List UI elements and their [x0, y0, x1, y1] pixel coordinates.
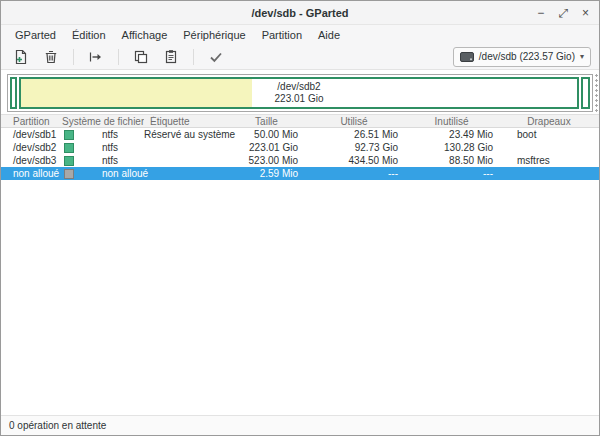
cell-flags: msftres: [499, 155, 599, 166]
header-size[interactable]: Taille: [229, 116, 304, 127]
cell-unused: 88.50 Mio: [404, 155, 499, 166]
disk-segment-size: 223.01 Gio: [275, 93, 324, 106]
header-filesystem[interactable]: Système de fichiers: [56, 116, 144, 127]
cell-size: 2.59 Mio: [229, 168, 304, 179]
cell-used: ---: [304, 168, 404, 179]
cell-used: 434.50 Mio: [304, 155, 404, 166]
disk-segment-sdb3[interactable]: [581, 77, 590, 109]
cell-filesystem: ntfs: [56, 155, 144, 166]
window-title: /dev/sdb - GParted: [1, 7, 599, 19]
cell-unused: 130.28 Gio: [404, 142, 499, 153]
table-empty-area: [1, 180, 599, 415]
filesystem-label: ntfs: [102, 129, 118, 140]
cell-filesystem: ntfs: [56, 129, 144, 140]
new-partition-icon: [13, 49, 29, 65]
ntfs-color-swatch: [64, 130, 74, 140]
disk-visual-frame: /dev/sdb2 223.01 Gio: [7, 74, 593, 112]
menu-edition[interactable]: Édition: [64, 27, 114, 43]
cell-partition: /dev/sdb2: [1, 142, 56, 153]
ntfs-color-swatch: [64, 143, 74, 153]
chevron-down-icon: ▾: [580, 52, 584, 61]
header-used[interactable]: Utilisé: [304, 116, 404, 127]
cell-used: 92.73 Gio: [304, 142, 404, 153]
toolbar-separator: [73, 49, 74, 65]
table-header-row: Partition Système de fichiers Étiquette …: [1, 114, 599, 128]
partition-table: Partition Système de fichiers Étiquette …: [1, 114, 599, 415]
scrollbar[interactable]: [593, 72, 599, 114]
apply-icon: [208, 49, 224, 65]
cell-unused: 23.49 Mio: [404, 129, 499, 140]
disk-drive-icon: [460, 51, 474, 63]
statusbar: 0 opération en attente: [1, 415, 599, 435]
filesystem-label: ntfs: [102, 142, 118, 153]
disk-segment-name: /dev/sdb2: [277, 81, 320, 94]
disk-segment-sdb1[interactable]: [10, 77, 17, 109]
cell-used: 26.51 Mio: [304, 129, 404, 140]
header-unused[interactable]: Inutilisé: [404, 116, 499, 127]
ntfs-color-swatch: [64, 156, 74, 166]
resize-move-button[interactable]: [84, 47, 108, 67]
toolbar: /dev/sdb (223.57 Gio) ▾: [1, 44, 599, 70]
filesystem-label: non alloué: [102, 168, 148, 179]
toolbar-separator: [193, 49, 194, 65]
table-row-sdb2[interactable]: /dev/sdb2 ntfs 223.01 Gio 92.73 Gio 130.…: [1, 141, 599, 154]
menu-aide[interactable]: Aide: [310, 27, 348, 43]
header-flags[interactable]: Drapeaux: [499, 116, 599, 127]
disk-visual-area: /dev/sdb2 223.01 Gio: [1, 70, 599, 114]
cell-partition: /dev/sdb1: [1, 129, 56, 140]
cell-filesystem: non alloué: [56, 168, 144, 179]
cell-size: 50.00 Mio: [229, 129, 304, 140]
filesystem-label: ntfs: [102, 155, 118, 166]
cell-partition: /dev/sdb3: [1, 155, 56, 166]
apply-button[interactable]: [204, 47, 228, 67]
titlebar: /dev/sdb - GParted − ⤢ ×: [1, 1, 599, 25]
disk-segment-sdb2[interactable]: /dev/sdb2 223.01 Gio: [19, 77, 579, 109]
delete-partition-button[interactable]: [39, 47, 63, 67]
delete-partition-icon: [43, 49, 59, 65]
pending-operations-text: 0 opération en attente: [9, 420, 106, 431]
close-icon[interactable]: ×: [582, 7, 589, 19]
cell-partition: non alloué: [1, 168, 56, 179]
cell-size: 223.01 Gio: [229, 142, 304, 153]
device-selector[interactable]: /dev/sdb (223.57 Gio) ▾: [453, 47, 591, 67]
resize-move-icon: [88, 49, 104, 65]
toolbar-separator: [118, 49, 119, 65]
window-controls: − ⤢ ×: [537, 7, 599, 19]
cell-label: Réservé au système: [144, 129, 229, 140]
disk-segment-label: /dev/sdb2 223.01 Gio: [21, 79, 577, 107]
cell-flags: boot: [499, 129, 599, 140]
new-partition-button[interactable]: [9, 47, 33, 67]
copy-icon: [133, 49, 149, 65]
header-partition[interactable]: Partition: [1, 116, 56, 127]
unallocated-color-swatch: [64, 169, 74, 179]
gparted-window: /dev/sdb - GParted − ⤢ × GParted Édition…: [0, 0, 600, 436]
copy-button[interactable]: [129, 47, 153, 67]
maximize-icon[interactable]: ⤢: [558, 7, 568, 19]
menu-affichage[interactable]: Affichage: [114, 27, 176, 43]
cell-unused: ---: [404, 168, 499, 179]
header-label[interactable]: Étiquette: [144, 116, 229, 127]
paste-button[interactable]: [159, 47, 183, 67]
paste-icon: [163, 49, 179, 65]
menu-partition[interactable]: Partition: [254, 27, 310, 43]
cell-size: 523.00 Mio: [229, 155, 304, 166]
table-row-sdb3[interactable]: /dev/sdb3 ntfs 523.00 Mio 434.50 Mio 88.…: [1, 154, 599, 167]
table-row-unallocated[interactable]: non alloué non alloué 2.59 Mio --- ---: [1, 167, 599, 180]
menu-gparted[interactable]: GParted: [7, 27, 64, 43]
menu-peripherique[interactable]: Périphérique: [175, 27, 253, 43]
device-selector-label: /dev/sdb (223.57 Gio): [479, 51, 575, 62]
menubar: GParted Édition Affichage Périphérique P…: [1, 25, 599, 44]
cell-filesystem: ntfs: [56, 142, 144, 153]
minimize-icon[interactable]: −: [537, 7, 544, 19]
table-row-sdb1[interactable]: /dev/sdb1 ntfs Réservé au système 50.00 …: [1, 128, 599, 141]
